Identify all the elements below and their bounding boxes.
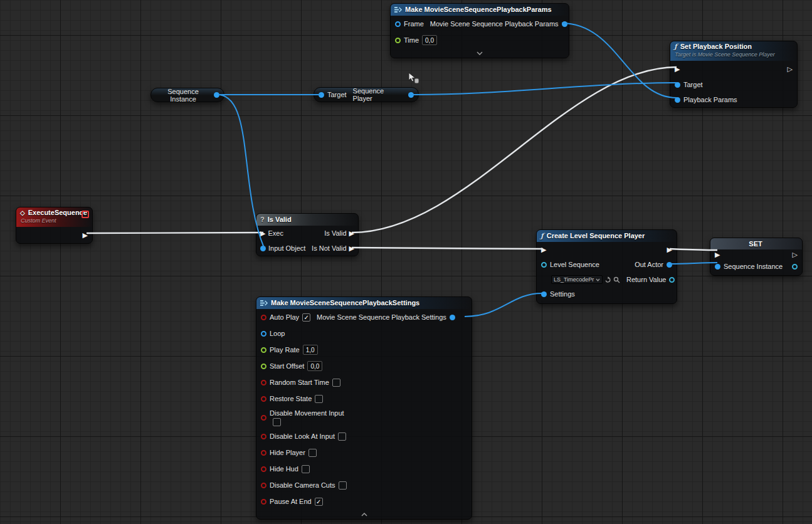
node-set-sequence-instance[interactable]: SET ▶ ▷ Sequence Instance <box>710 238 803 276</box>
pin-label: Sequence Instance <box>724 263 783 270</box>
exec-in-pin[interactable]: ▶ <box>715 251 720 258</box>
checkbox[interactable] <box>315 395 323 403</box>
exec-out-pin[interactable]: ▷ <box>788 66 793 73</box>
browse-asset-icon[interactable] <box>613 276 620 283</box>
node-create-level-sequence-player[interactable]: ƒ Create Level Sequence Player ▶ ▶ Level… <box>536 229 677 304</box>
bool-pin[interactable] <box>261 483 266 488</box>
node-header[interactable]: Make MovieSceneSequencePlaybackParams <box>391 4 569 16</box>
exec-in-pin[interactable]: ▶ <box>260 230 265 237</box>
exec-out-pin[interactable]: ▶ <box>83 232 88 239</box>
checkbox[interactable]: ✓ <box>315 498 323 506</box>
node-header[interactable]: ƒ Create Level Sequence Player <box>537 230 677 242</box>
bool-pin[interactable] <box>261 450 266 456</box>
node-header[interactable]: ? Is Valid <box>256 214 358 226</box>
data-wire[interactable] <box>409 83 677 95</box>
exec-wire[interactable] <box>352 248 543 249</box>
settings-pin-row: Restore State <box>256 390 472 407</box>
node-is-valid[interactable]: ? Is Valid ▶ Exec Is Valid ▶ Input Objec… <box>256 213 359 256</box>
data-wire[interactable] <box>465 293 542 317</box>
sequence-player-out-pin[interactable] <box>408 92 414 98</box>
checkbox[interactable] <box>332 379 340 387</box>
collapse-pins-button[interactable] <box>256 510 472 519</box>
bool-pin[interactable] <box>261 315 266 320</box>
question-mark-icon: ? <box>260 216 265 224</box>
node-header[interactable]: ƒ Set Playback Position Target is Movie … <box>670 41 797 61</box>
is-not-valid-exec-out-pin[interactable]: ▶ <box>349 245 354 252</box>
playback-params-pin[interactable] <box>675 97 680 103</box>
float-pin[interactable] <box>261 347 266 353</box>
level-sequence-pin[interactable] <box>541 262 547 268</box>
exec-in-pin[interactable]: ▶ <box>675 66 680 73</box>
node-get-sequence-instance[interactable]: Sequence Instance <box>150 88 224 102</box>
node-make-playback-settings[interactable]: Make MovieSceneSequencePlaybackSettings … <box>256 296 472 520</box>
exec-wire[interactable] <box>87 233 263 233</box>
event-flag-icon <box>82 211 89 218</box>
exec-out-pin[interactable]: ▶ <box>667 246 672 253</box>
pin-label: Target <box>683 81 703 88</box>
settings-pin-row: Random Start Time <box>256 374 472 390</box>
exec-in-pin[interactable]: ▶ <box>541 246 546 253</box>
time-value-field[interactable]: 0,0 <box>422 35 437 45</box>
settings-pin[interactable] <box>541 291 547 297</box>
exec-out-pin[interactable]: ▷ <box>793 251 798 258</box>
node-title: Create Level Sequence Player <box>547 232 645 240</box>
playback-params-out-pin[interactable] <box>562 21 567 27</box>
checkbox[interactable] <box>338 432 346 441</box>
node-header[interactable]: Make MovieSceneSequencePlaybackSettings <box>256 297 472 309</box>
node-header[interactable]: SET <box>710 238 802 249</box>
variable-label: Sequence Instance <box>156 88 211 103</box>
use-selected-icon[interactable] <box>604 276 611 283</box>
pin-label: Level Sequence <box>550 261 599 268</box>
pin-label: Loop <box>270 330 285 337</box>
bool-pin[interactable] <box>261 499 266 505</box>
sequence-instance-out-pin[interactable] <box>214 92 219 98</box>
pin-label: Target <box>327 91 347 98</box>
pin-label: Start Offset <box>270 362 304 370</box>
target-pin[interactable] <box>675 82 680 88</box>
asset-dropdown[interactable]: LS_TimecodePr <box>551 275 603 284</box>
checkbox[interactable] <box>339 481 347 490</box>
data-wire[interactable] <box>562 23 677 98</box>
pin-label: Movie Scene Sequence Playback Params <box>430 20 559 28</box>
out-actor-pin[interactable] <box>667 262 672 268</box>
playback-settings-out-pin[interactable] <box>450 315 455 320</box>
node-get-sequence-player[interactable]: Target Sequence Player <box>314 87 419 102</box>
float-pin[interactable] <box>261 364 266 369</box>
bool-pin[interactable] <box>261 434 266 439</box>
pin-label: Hide Player <box>270 449 305 456</box>
node-execute-sequence-event[interactable]: ◇ ExecuteSequence Custom Event ▶ <box>16 207 93 244</box>
function-icon: ƒ <box>674 43 677 51</box>
checkbox[interactable] <box>273 418 281 426</box>
object-pin[interactable] <box>261 331 266 337</box>
bool-pin[interactable] <box>261 396 266 402</box>
target-in-pin[interactable] <box>319 92 324 98</box>
collapse-pins-button[interactable] <box>391 48 569 58</box>
input-object-pin[interactable] <box>260 246 266 251</box>
bool-pin[interactable] <box>261 466 266 472</box>
bool-pin[interactable] <box>261 415 266 421</box>
frame-pin[interactable] <box>395 21 401 27</box>
settings-pin-row: Disable Movement Input <box>256 407 472 428</box>
value-out-pin[interactable] <box>792 264 798 270</box>
node-set-playback-position[interactable]: ƒ Set Playback Position Target is Movie … <box>670 41 798 108</box>
node-title: SET <box>749 240 762 248</box>
checkbox[interactable] <box>302 465 310 473</box>
checkbox[interactable] <box>308 449 317 457</box>
value-field[interactable]: 0,0 <box>307 361 322 371</box>
checkbox[interactable]: ✓ <box>302 313 310 322</box>
node-header[interactable]: ◇ ExecuteSequence Custom Event <box>16 207 92 227</box>
is-valid-exec-out-pin[interactable]: ▶ <box>349 230 354 237</box>
return-value-pin[interactable] <box>669 277 675 283</box>
value-field[interactable]: 1,0 <box>303 345 318 355</box>
pin-label: Out Actor <box>635 261 663 268</box>
asset-picker[interactable]: LS_TimecodePr <box>551 275 620 284</box>
node-make-playback-params[interactable]: Make MovieSceneSequencePlaybackParams Fr… <box>390 3 569 58</box>
pin-label: Exec <box>268 229 283 237</box>
pin-label: Restore State <box>270 395 312 402</box>
bool-pin[interactable] <box>261 380 266 385</box>
node-title: Make MovieSceneSequencePlaybackSettings <box>271 299 419 307</box>
blueprint-graph-canvas[interactable]: Make MovieSceneSequencePlaybackParams Fr… <box>0 0 812 524</box>
sequence-instance-in-pin[interactable] <box>715 264 720 270</box>
settings-pin-row: Disable Camera Cuts <box>256 477 472 493</box>
time-pin[interactable] <box>395 38 401 43</box>
